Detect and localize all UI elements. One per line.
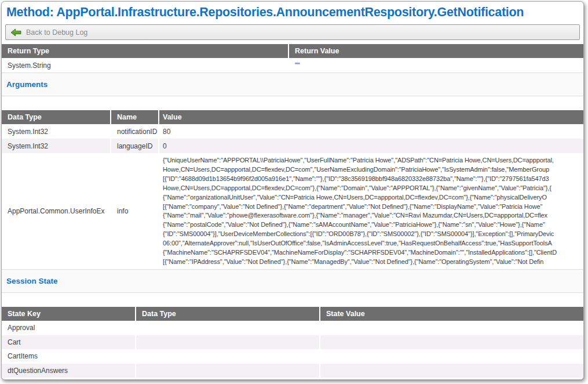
page-title: Method: AppPortal.Infrastructure.Reposit… — [2, 2, 583, 23]
json-value-line: {"MachineName":"SCHAPRFSDEV04","MachineN… — [163, 248, 583, 258]
state-value — [319, 349, 583, 364]
arg-value: 0 — [158, 139, 583, 153]
argument-row-languageID: System.Int32 languageID 0 — [2, 139, 583, 153]
state-key: CartItems — [2, 349, 135, 364]
json-value-line: [{"ID":"4688d09d1b13654b9f96f2d005a916e1… — [163, 175, 583, 184]
json-value-line: [{"Name":"IPAddress","Value":"Not Define… — [163, 258, 583, 267]
state-data-type-header: Data Type — [135, 307, 319, 321]
state-key: dtQuestionAnswers — [2, 364, 135, 378]
return-table-row: System.String "" — [2, 58, 583, 73]
arg-name-header: Name — [110, 110, 158, 124]
arguments-table-header: Data Type Name Value — [2, 110, 583, 124]
json-value-line: 06:00","AlternateApprover":null,"IsUserO… — [163, 239, 583, 248]
arg-value-header: Value — [158, 110, 583, 124]
json-value-line: {"UniqueUserName":"APPPORTAL\\PatriciaHo… — [163, 156, 583, 165]
json-value-line: {"ID":"SMS00004"}],"UserDeviceMemberColl… — [163, 230, 583, 239]
state-key-header: State Key — [2, 307, 135, 321]
arg-name: languageID — [110, 139, 158, 153]
state-value — [319, 335, 583, 350]
session-row-cartitems: CartItems — [2, 349, 583, 364]
return-value-header: Return Value — [288, 44, 583, 58]
state-key: Approval — [2, 321, 135, 335]
state-data-type — [135, 349, 319, 364]
argument-row-notificationID: System.Int32 notificationID 80 — [2, 124, 583, 139]
json-value-line: {"Name":"organizationalUnitUser","Value"… — [163, 193, 583, 202]
return-type-value: System.String — [2, 58, 288, 73]
spacer — [2, 293, 583, 307]
arguments-section-band: Arguments — [2, 73, 583, 96]
arguments-heading: Arguments — [6, 80, 48, 89]
state-data-type — [135, 364, 319, 378]
back-button-label: Back to Debug Log — [26, 28, 87, 37]
state-key: Cart — [2, 335, 135, 350]
state-data-type — [135, 321, 319, 335]
session-state-heading: Session State — [6, 277, 58, 285]
session-row-dtquestionanswers: dtQuestionAnswers — [2, 364, 583, 378]
state-value-header: State Value — [319, 307, 583, 321]
session-state-section-band: Session State — [2, 269, 583, 293]
arg-data-type-header: Data Type — [2, 110, 110, 124]
session-row-approval: Approval — [2, 321, 583, 335]
arg-value: 80 — [158, 124, 583, 139]
session-row-cart: Cart — [2, 335, 583, 350]
arg-data-type: AppPortal.Common.UserInfoEx — [2, 153, 110, 269]
json-value-line: [{"Name":"company","Value":"Not Defined"… — [163, 202, 583, 212]
session-state-table-header: State Key Data Type State Value — [2, 307, 583, 321]
debug-method-detail-page: Method: AppPortal.Infrastructure.Reposit… — [1, 1, 584, 380]
argument-row-info: AppPortal.Common.UserInfoEx info {"Uniqu… — [2, 153, 583, 269]
json-value-line: {"Name":"postalCode","Value":"Not Define… — [163, 220, 583, 230]
arg-name: notificationID — [110, 124, 158, 139]
return-table-header: Return Type Return Value — [2, 44, 583, 58]
return-type-header: Return Type — [2, 44, 288, 58]
json-value-line: Howe,CN=Users,DC=appportal,DC=flexdev,DC… — [163, 184, 583, 193]
back-to-debug-log-button[interactable]: Back to Debug Log — [5, 24, 580, 40]
json-value-line: Howe,CN=Users,DC=appportal,DC=flexdev,DC… — [163, 165, 583, 175]
json-value-line: {"Name":"mail","Value":"phowe@flexerasof… — [163, 211, 583, 220]
state-value — [319, 321, 583, 335]
state-value — [319, 364, 583, 378]
arg-data-type: System.Int32 — [2, 124, 110, 139]
state-data-type — [135, 335, 319, 350]
back-arrow-icon — [10, 28, 21, 37]
arg-name: info — [110, 153, 158, 269]
arg-value-json: {"UniqueUserName":"APPPORTAL\\PatriciaHo… — [158, 153, 583, 269]
arg-data-type: System.Int32 — [2, 139, 110, 153]
return-value-value: "" — [288, 58, 583, 73]
spacer — [2, 96, 583, 110]
